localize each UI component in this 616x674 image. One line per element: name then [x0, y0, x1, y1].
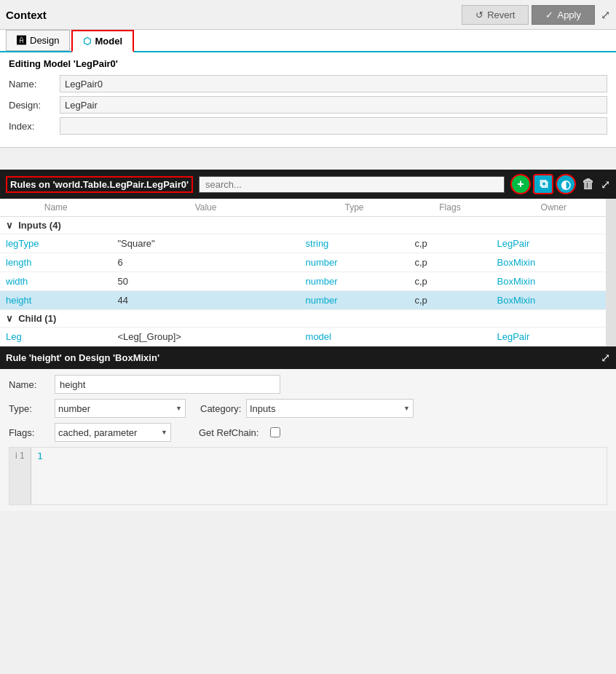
cell-name: length: [0, 253, 112, 272]
rules-search-input[interactable]: [199, 176, 505, 193]
model-edit-section: Editing Model 'LegPair0' Name: Design: I…: [0, 52, 616, 148]
name-input[interactable]: [60, 75, 607, 92]
tabs-row: 🅰 Design ⬡ Model: [0, 30, 616, 52]
apply-label: Apply: [557, 9, 581, 20]
cell-flags: [408, 328, 491, 346]
cell-value: 44: [112, 291, 300, 310]
apply-button[interactable]: ✓ Apply: [532, 5, 595, 25]
cell-name: width: [0, 272, 112, 291]
code-content[interactable]: 1: [31, 448, 607, 504]
refchain-checkbox[interactable]: [270, 427, 280, 437]
cell-name: Leg: [0, 328, 112, 346]
design-input[interactable]: [60, 96, 607, 114]
detail-header: Rule 'height' on Design 'BoxMixin' ⤢: [0, 346, 616, 369]
detail-flags-row: Flags: cached, parameter cached paramete…: [9, 423, 607, 442]
cell-name: height: [0, 291, 112, 310]
line-number-marker: i 1: [15, 451, 25, 461]
line-numbers: i 1: [9, 448, 31, 504]
cell-type: number: [300, 272, 409, 291]
add-rule-button[interactable]: +: [510, 174, 531, 194]
scrollbar[interactable]: [606, 199, 616, 346]
rules-title: Rules on 'world.Table.LegPair.LegPair0': [6, 176, 193, 193]
toggle-rule-button[interactable]: ◐: [556, 174, 576, 194]
name-field-row: Name:: [9, 75, 607, 92]
cell-name: legType: [0, 234, 112, 253]
revert-button[interactable]: ↺ Revert: [462, 5, 529, 25]
index-input[interactable]: [60, 117, 607, 135]
detail-expand-button[interactable]: ⤢: [601, 351, 610, 365]
cell-flags: c,p: [408, 291, 491, 310]
type-select-wrap: number string boolean model: [55, 399, 186, 418]
cell-owner: BoxMixin: [491, 291, 617, 310]
rules-table-body: ∨ Inputs (4) legType "Square" string c,p…: [0, 217, 616, 346]
refchain-label: Get RefChain:: [199, 427, 264, 438]
delete-icon: 🗑: [582, 177, 595, 192]
rules-actions: + ⧉ ◐ 🗑 ⤢: [510, 174, 610, 194]
rule-detail-section: Rule 'height' on Design 'BoxMixin' ⤢ Nam…: [0, 346, 616, 511]
delete-rule-button[interactable]: 🗑: [578, 174, 599, 194]
col-header-value: Value: [112, 199, 300, 217]
refchain-checkbox-wrap: [270, 427, 280, 437]
type-select[interactable]: number string boolean model: [55, 399, 186, 418]
code-editor[interactable]: i 1 1: [9, 447, 607, 505]
cell-value: 50: [112, 272, 300, 291]
top-bar: Context ↺ Revert ✓ Apply ⤢: [0, 0, 616, 30]
tab-design[interactable]: 🅰 Design: [6, 30, 70, 51]
apply-icon: ✓: [545, 9, 553, 20]
cell-owner: BoxMixin: [491, 272, 617, 291]
revert-icon: ↺: [475, 9, 483, 20]
table-row[interactable]: legType "Square" string c,p LegPair: [0, 234, 616, 253]
table-row[interactable]: Leg <Leg[_Group]> model LegPair: [0, 328, 616, 346]
category-select[interactable]: Inputs Child Output: [246, 399, 414, 418]
cell-type: string: [300, 234, 409, 253]
detail-name-label: Name:: [9, 379, 49, 390]
tab-model[interactable]: ⬡ Model: [71, 30, 134, 52]
detail-body: Name: Type: number string boolean model …: [0, 369, 616, 511]
rules-table: Name Value Type Flags Owner ∨ Inputs (4)…: [0, 199, 616, 346]
cell-owner: LegPair: [491, 234, 617, 253]
category-select-wrap: Inputs Child Output: [246, 399, 414, 418]
detail-name-input[interactable]: [55, 375, 280, 394]
design-cube-icon: 🅰: [17, 35, 26, 46]
group-child[interactable]: ∨ Child (1): [0, 310, 616, 328]
index-label: Index:: [9, 121, 60, 132]
design-tab-label: Design: [30, 35, 59, 46]
code-line-1: 1: [37, 451, 43, 461]
model-tab-label: Model: [95, 36, 122, 47]
detail-name-row: Name:: [9, 375, 607, 394]
detail-type-row: Type: number string boolean model Catego…: [9, 399, 607, 418]
col-header-flags: Flags: [408, 199, 491, 217]
group-label: Inputs (4): [18, 220, 61, 231]
expand-icon[interactable]: ⤢: [601, 8, 610, 22]
cell-owner: BoxMixin: [491, 253, 617, 272]
name-label: Name:: [9, 79, 60, 90]
copy-rule-button[interactable]: ⧉: [533, 174, 553, 194]
detail-title: Rule 'height' on Design 'BoxMixin': [6, 352, 159, 363]
category-label: Category:: [200, 403, 240, 414]
toggle-icon: ◐: [561, 178, 571, 191]
cell-type: number: [300, 253, 409, 272]
flags-select[interactable]: cached, parameter cached parameter none: [55, 423, 171, 442]
col-header-type: Type: [300, 199, 409, 217]
group-inputs[interactable]: ∨ Inputs (4): [0, 217, 616, 234]
add-icon: +: [517, 178, 524, 191]
expand2-icon: ⤢: [601, 178, 610, 191]
table-row[interactable]: height 44 number c,p BoxMixin: [0, 291, 616, 310]
group-chevron: ∨: [6, 220, 13, 231]
cell-flags: c,p: [408, 234, 491, 253]
spacer: [0, 148, 616, 170]
model-edit-title: Editing Model 'LegPair0': [9, 58, 607, 69]
expand3-icon: ⤢: [601, 352, 610, 364]
group-label: Child (1): [18, 313, 56, 324]
group-chevron: ∨: [6, 313, 13, 324]
table-row[interactable]: width 50 number c,p BoxMixin: [0, 272, 616, 291]
table-header-row: Name Value Type Flags Owner: [0, 199, 616, 217]
design-label: Design:: [9, 100, 60, 111]
design-field-row: Design:: [9, 96, 607, 114]
rules-expand-button[interactable]: ⤢: [601, 178, 610, 191]
cell-type: number: [300, 291, 409, 310]
table-row[interactable]: length 6 number c,p BoxMixin: [0, 253, 616, 272]
cell-value: "Square": [112, 234, 300, 253]
context-title: Context: [6, 9, 462, 21]
detail-flags-label: Flags:: [9, 427, 49, 438]
